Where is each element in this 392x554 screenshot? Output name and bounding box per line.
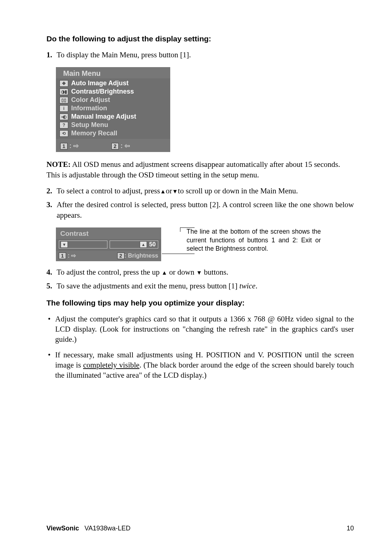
osd-item-label: Memory Recall bbox=[71, 130, 117, 137]
manual-adjust-icon: ▪◐ bbox=[60, 114, 68, 120]
step-number: 5. bbox=[46, 281, 57, 291]
contrast-bar-right: ▲ 50 bbox=[110, 241, 158, 249]
step-4: 4. To adjust the control, press the up ▲… bbox=[46, 267, 354, 277]
step-number: 4. bbox=[46, 267, 57, 277]
up-arrow-icon: ▲ bbox=[140, 241, 147, 248]
osd-item-label: Auto Image Adjust bbox=[71, 79, 128, 87]
contrast-foot-key-2: 2: Brightness bbox=[117, 253, 158, 259]
note-osd-timeout: NOTE: All OSD menus and adjustment scree… bbox=[46, 159, 354, 180]
osd-main-body: ✥ Auto Image Adjust ◑▮ Contrast/Brightne… bbox=[56, 78, 170, 139]
osd-contrast-title: Contrast bbox=[56, 227, 161, 239]
exit-right-icon: : ⇨ bbox=[69, 142, 79, 149]
brightness-contrast-icon: ◑▮ bbox=[60, 89, 68, 95]
osd-item-label: Manual Image Adjust bbox=[71, 113, 136, 120]
osd-main-menu: Main Menu ✥ Auto Image Adjust ◑▮ Contras… bbox=[56, 67, 170, 152]
color-bars-icon: ▯▯ bbox=[60, 97, 68, 103]
crosshair-icon: ✥ bbox=[60, 80, 68, 87]
step-3-text: After the desired control is selected, p… bbox=[57, 200, 354, 220]
step-4-text: To adjust the control, press the up ▲ or… bbox=[57, 267, 354, 277]
contrast-bar-left: ▼ bbox=[59, 241, 107, 249]
step-number: 2. bbox=[46, 186, 57, 196]
note-label: NOTE: bbox=[46, 160, 71, 169]
up-triangle-icon: ▲ bbox=[160, 189, 166, 194]
osd-contrast-footer: 1 : ⇨ 2: Brightness bbox=[56, 251, 161, 261]
side-note-functions: The line at the bottom of the screen sho… bbox=[187, 227, 321, 253]
step-number: 3. bbox=[46, 200, 57, 220]
tip-1-text: Adjust the computer's graphics card so t… bbox=[55, 314, 354, 345]
down-triangle-icon: ▼ bbox=[172, 189, 178, 194]
bullet-icon: • bbox=[46, 314, 55, 345]
step-5-text: To save the adjustments and exit the men… bbox=[57, 281, 354, 291]
step-5: 5. To save the adjustments and exit the … bbox=[46, 281, 354, 291]
step-1: 1. To display the Main Menu, press butto… bbox=[46, 50, 354, 60]
osd-contrast-bar-row: ▼ ▲ 50 bbox=[56, 239, 161, 251]
tip-2-text: If necessary, make small adjustments usi… bbox=[55, 350, 354, 381]
osd-item-label: Information bbox=[71, 104, 107, 112]
osd-item-contrast-brightness: ◑▮ Contrast/Brightness bbox=[58, 87, 168, 96]
tip-2-underlined: completely visible bbox=[83, 361, 139, 369]
footer-brand: ViewSonic bbox=[46, 525, 79, 532]
step-number: 1. bbox=[46, 50, 57, 60]
osd-contrast-panel: Contrast ▼ ▲ 50 1 : ⇨ 2: Brightness bbox=[56, 227, 161, 261]
osd-main-title: Main Menu bbox=[56, 67, 170, 78]
osd-item-label: Setup Menu bbox=[71, 121, 108, 129]
up-triangle-icon: ▲ bbox=[162, 270, 167, 276]
osd-item-memory-recall: ⟲ Memory Recall bbox=[58, 129, 168, 138]
down-arrow-icon: ▼ bbox=[61, 241, 68, 248]
osd-item-color-adjust: ▯▯ Color Adjust bbox=[58, 96, 168, 104]
footer-model: VA1938wa-LED bbox=[85, 525, 131, 532]
osd-item-auto-image-adjust: ✥ Auto Image Adjust bbox=[58, 79, 168, 87]
contrast-foot-2-label: : Brightness bbox=[124, 253, 158, 259]
callout-line bbox=[180, 227, 195, 228]
osd-item-setup-menu: ? Setup Menu bbox=[58, 121, 168, 129]
key-1-box: 1 bbox=[59, 253, 66, 259]
step-2: 2. To select a control to adjust, press▲… bbox=[46, 186, 354, 196]
note-text: All OSD menus and adjustment screens dis… bbox=[46, 160, 340, 179]
heading-tips: The following tips may help you optimize… bbox=[46, 299, 354, 307]
tip-2: • If necessary, make small adjustments u… bbox=[46, 350, 354, 381]
step-3: 3. After the desired control is selected… bbox=[46, 200, 354, 220]
question-icon: ? bbox=[60, 122, 68, 128]
enter-left-icon: : ⇦ bbox=[121, 142, 130, 149]
callout-line bbox=[162, 254, 195, 254]
contrast-foot-key-1: 1 : ⇨ bbox=[59, 252, 76, 259]
step-2-text: To select a control to adjust, press▲or▼… bbox=[57, 186, 354, 196]
bullet-icon: • bbox=[46, 350, 55, 381]
osd-item-manual-image-adjust: ▪◐ Manual Image Adjust bbox=[58, 112, 168, 121]
key-2-box: 2 bbox=[111, 143, 119, 149]
down-triangle-icon: ▼ bbox=[196, 270, 202, 276]
osd-footer-key-2: 2 : ⇦ bbox=[111, 142, 130, 150]
recall-icon: ⟲ bbox=[60, 130, 68, 137]
osd-main-footer: 1 : ⇨ 2 : ⇦ bbox=[56, 139, 170, 152]
callout-line bbox=[180, 227, 180, 232]
page-footer: ViewSonic VA1938wa-LED 10 bbox=[46, 525, 354, 532]
info-icon: i bbox=[60, 105, 68, 112]
tip-1: • Adjust the computer's graphics card so… bbox=[46, 314, 354, 345]
osd-item-information: i Information bbox=[58, 104, 168, 112]
key-2-box: 2 bbox=[117, 253, 124, 259]
step-5-twice: twice bbox=[240, 282, 256, 290]
osd-item-label: Color Adjust bbox=[71, 96, 110, 104]
page-number: 10 bbox=[347, 525, 354, 532]
key-1-box: 1 bbox=[60, 143, 68, 149]
osd-item-label: Contrast/Brightness bbox=[71, 88, 134, 95]
contrast-value: 50 bbox=[149, 241, 158, 248]
heading-adjust-display: Do the following to adjust the display s… bbox=[46, 34, 354, 43]
exit-right-icon: : ⇨ bbox=[68, 253, 76, 259]
osd-footer-key-1: 1 : ⇨ bbox=[60, 142, 79, 150]
step-1-text: To display the Main Menu, press button [… bbox=[57, 50, 354, 60]
